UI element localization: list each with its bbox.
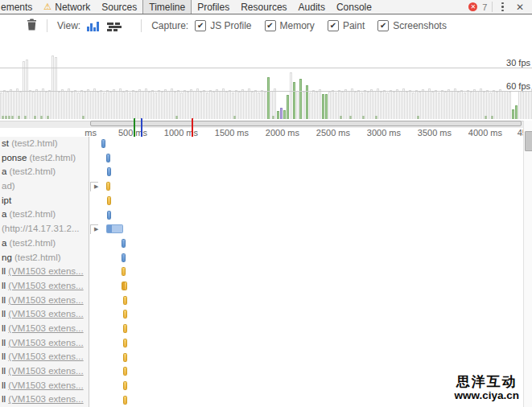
- timeline-overview[interactable]: 30 fps60 fps: [0, 36, 532, 121]
- record-row-label[interactable]: a (test2.html): [0, 165, 89, 179]
- record-row-label[interactable]: a (test2.html): [0, 236, 89, 251]
- error-count[interactable]: 7: [482, 2, 487, 12]
- record-bar[interactable]: [122, 253, 126, 262]
- record-origin: (test2.html): [30, 153, 76, 162]
- record-bar[interactable]: [123, 310, 127, 319]
- record-row-label[interactable]: ad): [0, 179, 89, 194]
- fps-bar: [328, 92, 331, 119]
- fps-bar: [473, 89, 476, 119]
- timeline-ruler[interactable]: ms500 ms1000 ms1500 ms2000 ms2500 ms3000…: [0, 121, 532, 137]
- record-bar[interactable]: [106, 154, 110, 162]
- capture-option-memory[interactable]: ✔Memory: [265, 20, 315, 31]
- record-origin-link[interactable]: (VM1503 extens...: [8, 338, 83, 347]
- record-bar[interactable]: [123, 396, 127, 405]
- record-bar[interactable]: [123, 339, 127, 347]
- records-sidebar[interactable]: st (test2.html)ponse (test2.html)a (test…: [0, 137, 89, 407]
- tab-sources[interactable]: Sources: [96, 0, 142, 14]
- record-bar[interactable]: [123, 324, 127, 333]
- record-bar[interactable]: [123, 353, 127, 362]
- record-bar[interactable]: [107, 211, 111, 220]
- record-origin-link[interactable]: (VM1503 extens...: [8, 295, 83, 305]
- record-origin-link[interactable]: (VM1503 extens...: [8, 281, 83, 290]
- record-row-label[interactable]: ll (VM1503 extens...: [0, 322, 89, 336]
- fps-bar: [71, 92, 73, 119]
- record-bar[interactable]: [123, 296, 127, 305]
- fps-bar: [493, 90, 495, 119]
- record-row-label[interactable]: ll (VM1503 extens...: [0, 336, 89, 351]
- tab-network[interactable]: ⚠Network: [38, 0, 96, 14]
- fps-bar: [219, 91, 221, 119]
- kebab-menu-icon[interactable]: [497, 2, 508, 12]
- record-row-label[interactable]: (http://14.17.31.2...: [0, 222, 89, 236]
- checkbox[interactable]: ✔: [195, 20, 206, 31]
- fps-activity-stub: [5, 116, 7, 119]
- record-row-label[interactable]: ll (VM1503 extens...: [0, 279, 89, 294]
- checkbox-label: Screenshots: [393, 20, 447, 31]
- record-bar[interactable]: [123, 367, 127, 376]
- fps-bar: [241, 89, 244, 119]
- record-origin-link[interactable]: (VM1503 extens...: [8, 366, 83, 376]
- tab-strip: ements⚠NetworkSourcesTimelineProfilesRes…: [0, 0, 377, 14]
- record-row-label[interactable]: ll (VM1503 extens...: [0, 364, 89, 379]
- record-row-label[interactable]: ponse (test2.html): [0, 151, 89, 166]
- record-origin-link[interactable]: (VM1503 extens...: [8, 394, 83, 404]
- tab-audits[interactable]: Audits: [293, 0, 331, 14]
- tab-resources[interactable]: Resources: [235, 0, 292, 14]
- record-row-label[interactable]: a (test2.html): [0, 208, 89, 222]
- error-badge-icon[interactable]: ✕: [468, 2, 477, 11]
- tab-console[interactable]: Console: [331, 0, 377, 14]
- checkbox[interactable]: ✔: [328, 20, 339, 31]
- tab-timeline[interactable]: Timeline: [142, 0, 192, 14]
- record-origin-link[interactable]: (VM1503 extens...: [8, 380, 83, 390]
- toolbar-separator: [47, 19, 47, 32]
- tab-profiles[interactable]: Profiles: [192, 0, 235, 14]
- fps-activity-stub: [485, 116, 487, 119]
- record-bar[interactable]: [107, 167, 111, 176]
- record-origin-link[interactable]: (VM1503 extens...: [8, 323, 83, 333]
- fps-bar: [377, 88, 379, 119]
- record-row-label[interactable]: ll (VM1503 extens...: [0, 350, 89, 364]
- record-origin-link[interactable]: (VM1503 extens...: [8, 352, 83, 361]
- fps-bar: [254, 90, 257, 119]
- expand-arrow-icon[interactable]: ▶: [94, 226, 98, 232]
- fps-bar: [16, 88, 19, 119]
- checkbox[interactable]: ✔: [377, 20, 389, 31]
- expand-arrow-icon[interactable]: ▶: [94, 183, 98, 190]
- checkbox[interactable]: ✔: [265, 20, 276, 31]
- record-bar[interactable]: [123, 381, 127, 390]
- fps-activity-stub: [2, 116, 4, 119]
- record-row-label[interactable]: ll (VM1503 extens...: [0, 307, 89, 322]
- fps-bar: [341, 92, 344, 119]
- fps-bar: [357, 90, 360, 119]
- record-bar[interactable]: [122, 282, 127, 290]
- tab-elements[interactable]: ements: [0, 0, 38, 14]
- clear-recording-button[interactable]: [27, 18, 37, 33]
- record-row-label[interactable]: ll (VM1503 extens...: [0, 379, 89, 393]
- record-row-label[interactable]: ll (VM1503 extens...: [0, 393, 89, 407]
- vertical-scrollbar[interactable]: [523, 121, 532, 407]
- record-row-label[interactable]: ipt: [0, 194, 89, 208]
- close-icon[interactable]: ✕: [513, 2, 527, 13]
- capture-option-js-profile[interactable]: ✔JS Profile: [195, 20, 251, 31]
- record-bar[interactable]: [106, 224, 123, 233]
- record-bar[interactable]: [101, 139, 105, 148]
- record-bar[interactable]: [122, 267, 126, 276]
- capture-option-screenshots[interactable]: ✔Screenshots: [377, 20, 447, 31]
- record-row-label[interactable]: st (test2.html): [0, 137, 89, 151]
- record-bar[interactable]: [122, 239, 126, 248]
- record-row-label[interactable]: ll (VM1503 extens...: [0, 265, 89, 279]
- events-view-button[interactable]: [87, 20, 99, 31]
- record-origin-link[interactable]: (VM1503 extens...: [8, 309, 83, 319]
- scrollbar-thumb[interactable]: [525, 131, 532, 151]
- record-bar[interactable]: [106, 182, 110, 191]
- record-origin-link[interactable]: (VM1503 extens...: [8, 266, 83, 276]
- fps-bar: [518, 90, 521, 119]
- record-row-label[interactable]: ng (test2.html): [0, 251, 89, 265]
- fps-bar: [93, 88, 96, 119]
- record-bar[interactable]: [107, 196, 111, 205]
- fps-bar: [438, 92, 440, 119]
- record-row-label[interactable]: ll (VM1503 extens...: [0, 294, 89, 308]
- overview-selection-strip[interactable]: [90, 121, 522, 126]
- flamechart-view-button[interactable]: [107, 20, 123, 31]
- capture-option-paint[interactable]: ✔Paint: [328, 20, 365, 31]
